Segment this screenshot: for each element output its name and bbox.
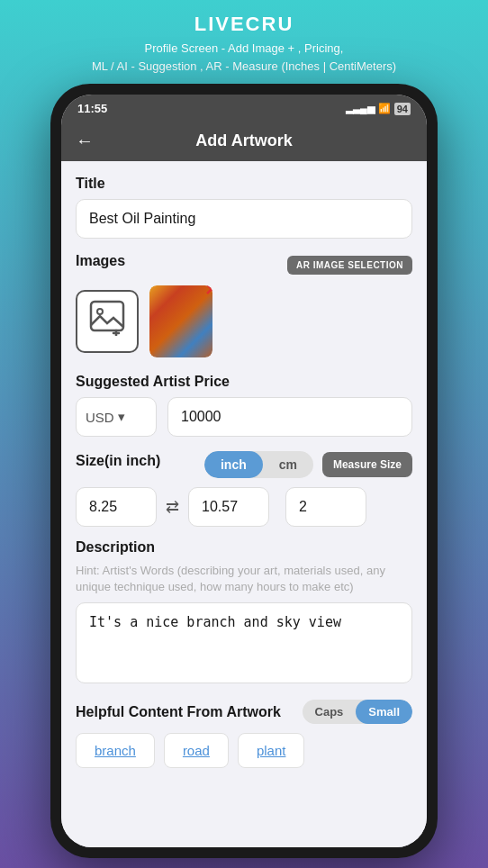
helpful-title: Helpful Content From Artwork	[76, 704, 281, 720]
price-row: USD ▾	[76, 397, 412, 437]
images-row: ✕	[76, 285, 412, 357]
description-label: Description	[76, 539, 412, 556]
price-input[interactable]	[167, 397, 412, 437]
depth-input[interactable]	[285, 487, 366, 527]
caps-small-toggle: Caps Small	[303, 700, 412, 724]
small-button[interactable]: Small	[356, 700, 412, 724]
battery-indicator: 94	[394, 103, 411, 115]
title-input[interactable]	[76, 199, 412, 239]
dimensions-row: ⇄	[76, 487, 412, 527]
currency-value: USD	[86, 410, 114, 425]
remove-image-button[interactable]: ✕	[204, 285, 212, 300]
description-textarea[interactable]: It's a nice branch and sky view	[76, 602, 412, 683]
uploaded-image[interactable]: ✕	[149, 285, 212, 357]
phone-screen: 11:55 ▂▃▄▅ 📶 94 ← Add Artwork Title Imag…	[61, 95, 427, 847]
currency-chevron-icon: ▾	[118, 409, 125, 425]
currency-dropdown[interactable]: USD ▾	[76, 397, 157, 437]
images-header: Images AR IMAGE SELECTION	[76, 253, 412, 276]
app-header: LIVECRU Profile Screen - Add Image + , P…	[74, 0, 414, 84]
wifi-icon: 📶	[378, 103, 391, 114]
form-content: Title Images AR IMAGE SELECTION	[61, 161, 427, 847]
back-button[interactable]: ←	[76, 131, 94, 151]
description-section: Description Hint: Artist's Words (descri…	[76, 539, 412, 687]
images-section: Images AR IMAGE SELECTION	[76, 253, 412, 357]
unit-toggle: inch cm	[204, 451, 313, 478]
description-hint: Hint: Artist's Words (describing your ar…	[76, 563, 412, 595]
tag-branch[interactable]: branch	[76, 733, 155, 768]
helpful-header: Helpful Content From Artwork Caps Small	[76, 700, 412, 724]
price-section: Suggested Artist Price USD ▾	[76, 374, 412, 437]
status-time: 11:55	[77, 102, 107, 115]
caps-button[interactable]: Caps	[303, 700, 357, 724]
svg-rect-0	[91, 302, 123, 330]
status-icons: ▂▃▄▅ 📶 94	[346, 103, 411, 115]
measure-size-button[interactable]: Measure Size	[322, 452, 412, 477]
page-title: Add Artwork	[195, 131, 292, 150]
ar-image-selection-button[interactable]: AR IMAGE SELECTION	[287, 256, 412, 275]
add-image-icon	[89, 300, 125, 343]
height-input[interactable]	[188, 487, 269, 527]
signal-icon: ▂▃▄▅	[346, 103, 375, 114]
status-bar: 11:55 ▂▃▄▅ 📶 94	[61, 95, 427, 121]
phone-frame: 11:55 ▂▃▄▅ 📶 94 ← Add Artwork Title Imag…	[50, 84, 438, 858]
title-field-section: Title	[76, 176, 412, 253]
app-subtitle: Profile Screen - Add Image + , Pricing,M…	[92, 40, 396, 75]
helpful-section: Helpful Content From Artwork Caps Small …	[76, 700, 412, 768]
app-name: LIVECRU	[92, 13, 396, 36]
tag-plant[interactable]: plant	[238, 733, 305, 768]
unit-inch-button[interactable]: inch	[204, 451, 263, 478]
size-section: Size(in inch) inch cm Measure Size ⇄	[76, 451, 412, 527]
add-image-button[interactable]	[76, 290, 139, 353]
images-label: Images	[76, 253, 125, 269]
tags-row: branch road plant	[76, 733, 412, 768]
size-label: Size(in inch)	[76, 453, 160, 469]
image-thumbnail	[149, 285, 212, 357]
nav-bar: ← Add Artwork	[61, 121, 427, 161]
size-header: Size(in inch) inch cm Measure Size	[76, 451, 412, 478]
title-label: Title	[76, 176, 412, 192]
price-label: Suggested Artist Price	[76, 374, 412, 390]
width-input[interactable]	[76, 487, 157, 527]
unit-cm-button[interactable]: cm	[263, 451, 313, 478]
swap-dimensions-icon: ⇄	[166, 497, 179, 517]
tag-road[interactable]: road	[164, 733, 229, 768]
